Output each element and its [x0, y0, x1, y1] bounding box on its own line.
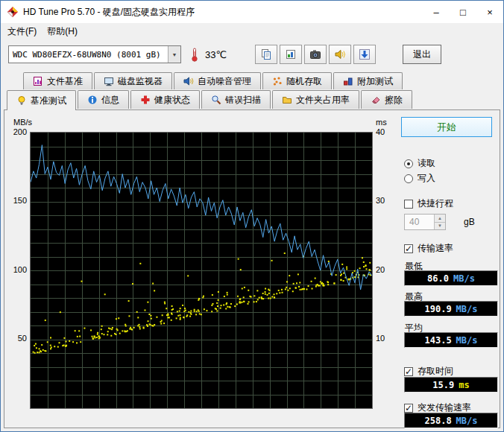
tab-health[interactable]: 健康状态	[130, 90, 200, 109]
menu-bar: 文件(F) 帮助(H)	[1, 23, 503, 39]
thermometer-icon	[190, 47, 199, 62]
tab-label: 磁盘监视器	[118, 75, 163, 88]
tab-label: 附加测试	[357, 75, 393, 88]
drive-select[interactable]: WDC WD80EFZX-68UW8N0 (8001 gB) ▼	[8, 45, 181, 63]
benchmark-panel: MB/s ms 200 150 100 50 40 30 20 10 开始 读取…	[4, 109, 500, 428]
avg-speed-unit: MB/s	[456, 335, 478, 346]
avg-speed-value: 143.5	[424, 335, 451, 346]
copy-icon	[260, 48, 272, 60]
short-stroke-label: 快捷行程	[418, 197, 453, 210]
copy-image-button[interactable]	[280, 45, 302, 64]
access-time-unit: ms	[459, 380, 469, 390]
tab-disk-monitor[interactable]: 磁盘监视器	[94, 72, 172, 89]
tab-bar: 文件基准 磁盘监视器 自动噪音管理 随机存取 附加测试 基准测试	[1, 71, 503, 109]
spinner-buttons[interactable]: ▲▼	[434, 215, 445, 229]
short-stroke-size-value: 40	[405, 215, 434, 229]
download-arrow-icon	[359, 48, 371, 60]
checkbox-icon	[404, 404, 413, 413]
magnifier-icon	[211, 95, 221, 105]
file-benchmark-icon	[33, 76, 43, 86]
left-tick-100: 100	[6, 265, 27, 274]
extra-tests-icon	[343, 76, 353, 86]
tab-error-scan[interactable]: 错误扫描	[201, 90, 271, 109]
left-tick-200: 200	[6, 127, 27, 136]
access-time-value: 15.9	[432, 380, 454, 390]
right-tick-40: 40	[376, 127, 385, 136]
burst-rate-unit: MB/s	[456, 416, 478, 426]
menu-file[interactable]: 文件(F)	[2, 23, 42, 40]
short-stroke-checkbox[interactable]: 快捷行程	[404, 197, 453, 210]
left-axis-unit: MB/s	[13, 118, 32, 127]
tab-label: 基准测试	[31, 95, 66, 107]
tab-file-benchmark[interactable]: 文件基准	[23, 72, 92, 89]
toolbar-buttons	[255, 45, 376, 64]
disk-monitor-icon	[104, 76, 114, 86]
write-radio-label: 写入	[418, 172, 435, 185]
maximize-button[interactable]: □	[450, 1, 476, 23]
chevron-down-icon: ▼	[168, 46, 180, 63]
checkbox-icon	[404, 200, 413, 209]
tab-folder-usage[interactable]: 文件夹占用率	[272, 90, 359, 109]
tab-label: 文件基准	[47, 75, 83, 88]
tab-label: 随机存取	[286, 75, 322, 88]
close-button[interactable]: ×	[476, 1, 503, 23]
max-speed-value: 190.9	[424, 304, 451, 314]
right-axis-unit: ms	[376, 118, 387, 127]
spinner-down-icon[interactable]: ▼	[435, 222, 445, 230]
tab-erase[interactable]: 擦除	[361, 90, 412, 109]
tab-benchmark[interactable]: 基准测试	[7, 90, 76, 110]
left-tick-150: 150	[6, 196, 27, 205]
benchmark-chart	[30, 132, 373, 409]
sound-button[interactable]	[329, 45, 351, 64]
short-stroke-size-input[interactable]: 40 ▲▼	[404, 214, 446, 230]
tab-row-lower: 基准测试 信息 健康状态 错误扫描 文件夹占用率 擦除	[7, 90, 412, 110]
copy-text-button[interactable]	[255, 45, 277, 64]
screenshot-button[interactable]	[304, 45, 327, 64]
transfer-rate-checkbox[interactable]: 传输速率	[404, 242, 453, 255]
access-time-display: 15.9 ms	[404, 377, 498, 393]
tab-label: 信息	[101, 94, 119, 107]
spinner-up-icon[interactable]: ▲	[435, 215, 445, 222]
speaker-icon	[334, 48, 346, 60]
title-bar: HD Tune Pro 5.70 - 硬盘/固态硬盘实用程序 – □ ×	[1, 1, 503, 23]
tab-extra-tests[interactable]: 附加测试	[333, 72, 403, 89]
tab-info[interactable]: 信息	[78, 90, 129, 109]
min-speed-display: 86.0 MB/s	[404, 270, 498, 286]
tab-row-upper: 文件基准 磁盘监视器 自动噪音管理 随机存取 附加测试	[23, 72, 403, 89]
checkbox-icon	[404, 367, 413, 376]
start-button[interactable]: 开始	[401, 117, 492, 137]
menu-help[interactable]: 帮助(H)	[42, 23, 83, 40]
tab-label: 错误扫描	[225, 94, 261, 107]
exit-button[interactable]: 退出	[403, 45, 441, 64]
tab-label: 文件夹占用率	[296, 94, 350, 107]
tab-label: 自动噪音管理	[198, 75, 251, 88]
folder-icon	[282, 95, 292, 105]
window-title: HD Tune Pro 5.70 - 硬盘/固态硬盘实用程序	[23, 6, 195, 19]
write-radio[interactable]: 写入	[404, 172, 435, 185]
short-stroke-unit-label: gB	[464, 217, 475, 227]
tab-label: 擦除	[385, 94, 403, 107]
random-access-icon	[272, 76, 283, 86]
tab-aam[interactable]: 自动噪音管理	[174, 72, 261, 89]
copy-image-icon	[285, 48, 297, 60]
noise-management-icon	[183, 76, 194, 86]
access-time-checkbox[interactable]: 存取时间	[404, 365, 453, 378]
max-speed-unit: MB/s	[456, 304, 478, 314]
checkbox-icon	[404, 244, 413, 253]
avg-speed-display: 143.5 MB/s	[404, 332, 498, 348]
app-window: HD Tune Pro 5.70 - 硬盘/固态硬盘实用程序 – □ × 文件(…	[0, 0, 504, 432]
health-cross-icon	[140, 95, 151, 105]
eraser-icon	[371, 95, 381, 105]
drive-select-value: WDC WD80EFZX-68UW8N0 (8001 gB)	[9, 50, 168, 60]
read-radio[interactable]: 读取	[404, 157, 435, 170]
app-icon	[7, 6, 19, 18]
tab-label: 健康状态	[154, 94, 190, 107]
radio-dot-icon	[404, 174, 413, 183]
right-tick-30: 30	[376, 196, 385, 205]
save-button[interactable]	[353, 45, 376, 64]
tab-random-access[interactable]: 随机存取	[262, 72, 332, 89]
radio-dot-icon	[404, 159, 413, 168]
minimize-button[interactable]: –	[423, 1, 450, 23]
info-icon	[87, 95, 98, 105]
burst-rate-display: 258.8 MB/s	[404, 413, 498, 428]
